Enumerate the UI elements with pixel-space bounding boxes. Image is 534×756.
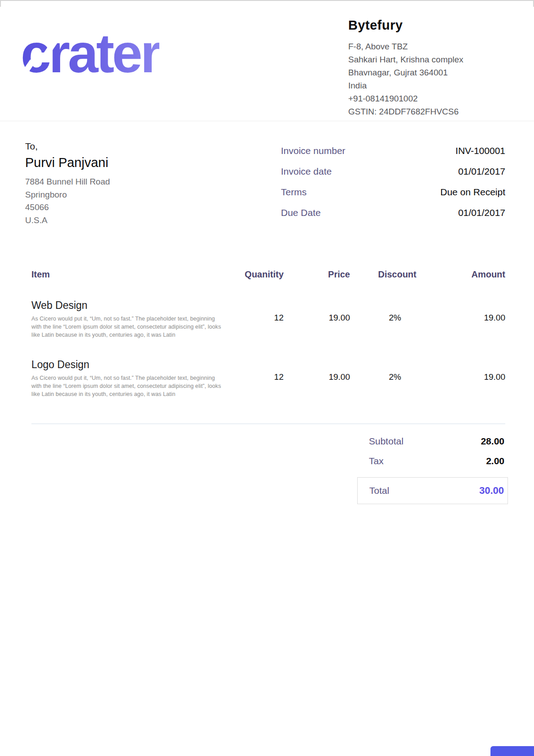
item-amount: 19.00 xyxy=(416,299,505,339)
items-divider xyxy=(31,423,505,424)
item-discount: 2% xyxy=(350,359,416,398)
item-price: 19.00 xyxy=(284,359,350,398)
items-table-header: Item Quanitity Price Discount Amount xyxy=(31,269,505,280)
column-header-discount: Discount xyxy=(350,269,416,280)
crater-logo: crater xyxy=(21,26,159,81)
page-edge-left xyxy=(0,1,1,7)
totals-section: Subtotal 28.00 Tax 2.00 Total 30.00 xyxy=(357,431,508,504)
invoice-number-label: Invoice number xyxy=(281,145,346,156)
crater-logo-text: crater xyxy=(21,26,159,81)
item-cell: Logo Design As Cicero would put it, “Um,… xyxy=(31,359,226,398)
tax-value: 2.00 xyxy=(486,456,504,466)
table-row: Logo Design As Cicero would put it, “Um,… xyxy=(31,359,505,398)
company-address-line: Sahkari Hart, Krishna complex xyxy=(348,53,505,66)
partial-scrollbar-thumb[interactable] xyxy=(490,746,534,756)
column-header-amount: Amount xyxy=(416,269,505,280)
terms-value: Due on Receipt xyxy=(440,187,505,198)
company-gstin: GSTIN: 24DDF7682FHVCS6 xyxy=(348,105,505,118)
due-date-value: 01/01/2017 xyxy=(458,207,505,218)
column-header-quantity: Quanitity xyxy=(226,269,284,280)
invoice-date-row: Invoice date 01/01/2017 xyxy=(281,166,505,177)
company-info: Bytefury F-8, Above TBZ Sahkari Hart, Kr… xyxy=(348,14,505,118)
item-price: 19.00 xyxy=(284,299,350,339)
table-row: Web Design As Cicero would put it, “Um, … xyxy=(31,299,505,339)
terms-row: Terms Due on Receipt xyxy=(281,187,505,198)
subtotal-label: Subtotal xyxy=(369,436,403,447)
item-discount: 2% xyxy=(350,299,416,339)
items-table: Item Quanitity Price Discount Amount Web… xyxy=(0,269,534,424)
bill-to-address-line: 45066 xyxy=(25,201,110,214)
bill-to-address-line: U.S.A xyxy=(25,214,110,227)
item-name: Logo Design xyxy=(31,359,226,371)
bill-to: To, Purvi Panjvani 7884 Bunnel Hill Road… xyxy=(25,141,110,228)
invoice-page: crater Bytefury F-8, Above TBZ Sahkari H… xyxy=(0,0,534,756)
total-box: Total 30.00 xyxy=(357,477,508,504)
tax-label: Tax xyxy=(369,456,384,466)
invoice-number-value: INV-100001 xyxy=(455,145,505,156)
bill-to-name: Purvi Panjvani xyxy=(25,155,110,170)
bill-to-address-line: Springboro xyxy=(25,189,110,202)
invoice-header: crater Bytefury F-8, Above TBZ Sahkari H… xyxy=(0,1,534,121)
item-description: As Cicero would put it, “Um, not so fast… xyxy=(31,315,226,339)
item-amount: 19.00 xyxy=(416,359,505,398)
total-value: 30.00 xyxy=(479,485,504,497)
item-quantity: 12 xyxy=(226,359,284,398)
parties-section: To, Purvi Panjvani 7884 Bunnel Hill Road… xyxy=(0,121,534,228)
bill-to-intro: To, xyxy=(25,141,110,152)
bill-to-address-line: 7884 Bunnel Hill Road xyxy=(25,176,110,189)
item-description: As Cicero would put it, “Um, not so fast… xyxy=(31,374,226,398)
due-date-label: Due Date xyxy=(281,207,321,218)
invoice-number-row: Invoice number INV-100001 xyxy=(281,145,505,156)
terms-label: Terms xyxy=(281,187,306,198)
column-header-item: Item xyxy=(31,269,226,280)
company-phone: +91-08141901002 xyxy=(348,92,505,105)
due-date-row: Due Date 01/01/2017 xyxy=(281,207,505,218)
column-header-price: Price xyxy=(284,269,350,280)
company-address-line: F-8, Above TBZ xyxy=(348,40,505,53)
item-cell: Web Design As Cicero would put it, “Um, … xyxy=(31,299,226,339)
company-name: Bytefury xyxy=(348,18,505,33)
logo-cut-mark xyxy=(191,36,209,59)
invoice-date-value: 01/01/2017 xyxy=(458,166,505,177)
company-address-line: India xyxy=(348,79,505,92)
tax-row: Tax 2.00 xyxy=(357,451,508,471)
item-quantity: 12 xyxy=(226,299,284,339)
subtotal-value: 28.00 xyxy=(481,436,504,447)
total-label: Total xyxy=(369,485,389,496)
company-address-line: Bhavnagar, Gujrat 364001 xyxy=(348,66,505,79)
subtotal-row: Subtotal 28.00 xyxy=(357,431,508,451)
item-name: Web Design xyxy=(31,299,226,312)
invoice-meta: Invoice number INV-100001 Invoice date 0… xyxy=(281,141,505,228)
invoice-date-label: Invoice date xyxy=(281,166,332,177)
